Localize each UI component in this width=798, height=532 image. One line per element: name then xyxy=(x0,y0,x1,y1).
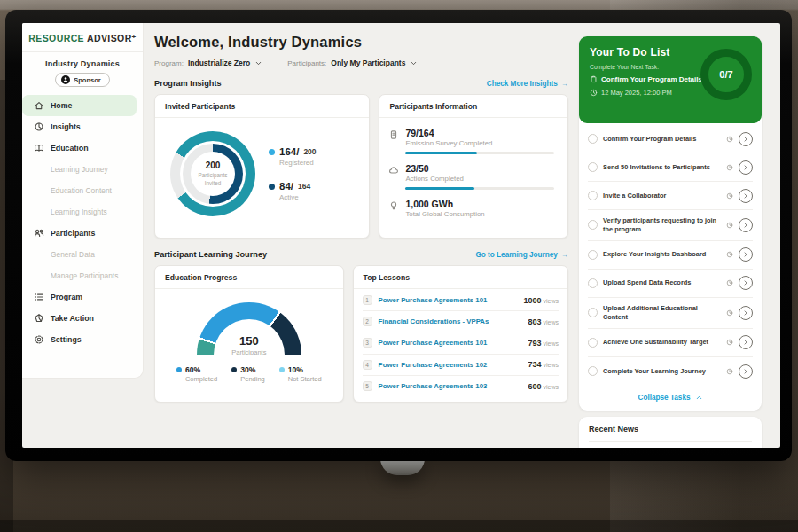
sidebar-item-education-content[interactable]: Education Content xyxy=(22,180,143,201)
legend-label: Not Started xyxy=(288,375,322,383)
task-open-button[interactable] xyxy=(739,335,753,349)
lesson-link[interactable]: Power Purchase Agreements 102 xyxy=(379,361,528,369)
lesson-rank: 3 xyxy=(363,338,372,348)
task-open-button[interactable] xyxy=(739,189,753,203)
program-filter-label: Program: xyxy=(154,59,184,67)
collapse-tasks-link[interactable]: Collapse Tasks xyxy=(579,386,762,411)
gauge-legend: 60% Completed 30% Pending xyxy=(176,365,322,383)
lesson-link[interactable]: Power Purchase Agreements 101 xyxy=(379,296,524,304)
sponsor-label: Sponsor xyxy=(74,76,100,84)
sidebar-item-home[interactable]: Home xyxy=(22,95,137,116)
lesson-row: 5 Power Purchase Agreements 103 600views xyxy=(363,376,559,397)
task-open-button[interactable] xyxy=(739,276,753,290)
sidebar-item-label: Participants xyxy=(51,229,95,238)
lesson-views-count: 803 xyxy=(528,317,541,326)
sidebar-item-learning-insights[interactable]: Learning Insights xyxy=(22,201,143,223)
recent-news-title: Recent News xyxy=(589,425,752,442)
sidebar-item-program[interactable]: Program xyxy=(22,286,143,308)
legend-label: Registered xyxy=(279,159,317,167)
task-checkbox[interactable] xyxy=(588,308,598,317)
lesson-views-count: 600 xyxy=(528,382,541,391)
lesson-rank: 4 xyxy=(363,360,372,370)
sidebar-item-education[interactable]: Education xyxy=(22,137,143,159)
sidebar-item-settings[interactable]: Settings xyxy=(22,329,143,350)
sidebar-item-learning-journey[interactable]: Learning Journey xyxy=(22,159,143,180)
task-checkbox[interactable] xyxy=(588,162,598,172)
gauge-center-label: Participants xyxy=(197,348,301,355)
check-more-insights-link[interactable]: Check More Insights → xyxy=(487,80,568,88)
todo-next-task-label: Confirm Your Program Details xyxy=(601,75,702,83)
lesson-link[interactable]: Power Purchase Agreements 103 xyxy=(379,382,528,390)
task-checkbox[interactable] xyxy=(588,134,598,144)
sidebar-item-label: Insights xyxy=(51,122,81,131)
cloud-icon xyxy=(388,165,399,176)
sponsor-badge[interactable]: Sponsor xyxy=(55,73,109,87)
arrow-right-icon: → xyxy=(561,80,568,88)
sidebar: RESOURCE ADVISOR+ Industry Dynamics Spon… xyxy=(22,23,144,379)
lesson-link[interactable]: Financial Considerations - VPPAs xyxy=(379,317,528,325)
legend-value: 30% xyxy=(240,365,255,374)
task-label: Upload Spend Data Records xyxy=(603,278,721,287)
chevron-down-icon xyxy=(254,59,262,67)
legend-dot xyxy=(269,184,275,190)
task-checkbox[interactable] xyxy=(588,278,598,288)
screen: RESOURCE ADVISOR+ Industry Dynamics Spon… xyxy=(22,23,780,448)
participants-filter[interactable]: Participants: Only My Participants xyxy=(287,59,418,67)
program-filter[interactable]: Program: Industrialize Zero xyxy=(154,59,262,67)
stat-label: Emission Survey Completed xyxy=(405,139,554,147)
task-open-button[interactable] xyxy=(739,160,753,175)
sidebar-item-insights[interactable]: Insights xyxy=(22,116,143,137)
lesson-row: 3 Power Purchase Agreements 101 793views xyxy=(363,332,559,354)
todo-task-list: Confirm Your Program Details Send 50 Inv… xyxy=(579,123,762,386)
people-icon xyxy=(34,228,44,239)
task-open-button[interactable] xyxy=(739,132,753,146)
legend-label: Completed xyxy=(185,375,217,383)
program-insights-header: Program Insights Check More Insights → xyxy=(154,79,568,88)
sidebar-item-manage-participants[interactable]: Manage Participants xyxy=(22,265,143,286)
task-checkbox[interactable] xyxy=(588,338,598,348)
task-checkbox[interactable] xyxy=(588,220,598,230)
lesson-views-unit: views xyxy=(543,340,559,347)
sidebar-item-label: Manage Participants xyxy=(51,271,118,280)
task-checkbox[interactable] xyxy=(588,250,598,260)
sidebar-nav: Home Insights Education Learning Journey… xyxy=(22,95,143,350)
task-open-button[interactable] xyxy=(739,218,753,232)
clock-icon xyxy=(726,339,733,346)
task-row: Verify participants requesting to join t… xyxy=(588,210,753,241)
legend-dot xyxy=(279,367,285,372)
chevron-right-icon xyxy=(742,192,749,200)
task-label: Upload Additional Educational Content xyxy=(603,304,721,322)
task-open-button[interactable] xyxy=(739,364,753,379)
chevron-down-icon xyxy=(410,59,418,67)
donut-center-value: 200 xyxy=(206,160,221,170)
sponsor-icon xyxy=(61,75,70,84)
sidebar-item-take-action[interactable]: Take Action xyxy=(22,308,143,329)
clock-icon xyxy=(590,89,598,97)
progress-fill xyxy=(405,187,473,190)
list-icon xyxy=(34,292,44,302)
lesson-views-count: 793 xyxy=(528,339,541,348)
clock-icon xyxy=(726,251,733,258)
sidebar-item-label: Learning Insights xyxy=(51,207,107,216)
org-name: Industry Dynamics xyxy=(22,59,143,68)
task-open-button[interactable] xyxy=(739,306,753,320)
task-open-button[interactable] xyxy=(739,247,753,262)
task-row: Send 50 Invitations to Participants xyxy=(588,153,753,182)
sidebar-item-general-data[interactable]: General Data xyxy=(22,244,143,265)
sidebar-item-label: General Data xyxy=(51,250,95,259)
legend-label: Pending xyxy=(240,375,265,383)
monitor-bezel: RESOURCE ADVISOR+ Industry Dynamics Spon… xyxy=(5,10,792,461)
sidebar-item-label: Home xyxy=(51,101,72,110)
lesson-link[interactable]: Power Purchase Agreements 101 xyxy=(379,339,528,347)
legend-value: 60% xyxy=(185,365,200,374)
app-logo: RESOURCE ADVISOR+ xyxy=(22,33,143,43)
task-checkbox[interactable] xyxy=(588,191,598,200)
todo-panel: Your To Do List Complete Your Next Task:… xyxy=(574,23,780,448)
filter-bar: Program: Industrialize Zero Participants… xyxy=(154,59,568,67)
stat-value: 1,000 GWh xyxy=(405,199,484,209)
todo-progress-value: 0/7 xyxy=(719,69,732,80)
sidebar-item-participants[interactable]: Participants xyxy=(22,223,143,244)
learning-journey-title: Participant Learning Journey xyxy=(154,250,267,259)
go-to-learning-journey-link[interactable]: Go to Learning Journey → xyxy=(475,251,568,259)
task-checkbox[interactable] xyxy=(588,366,598,376)
